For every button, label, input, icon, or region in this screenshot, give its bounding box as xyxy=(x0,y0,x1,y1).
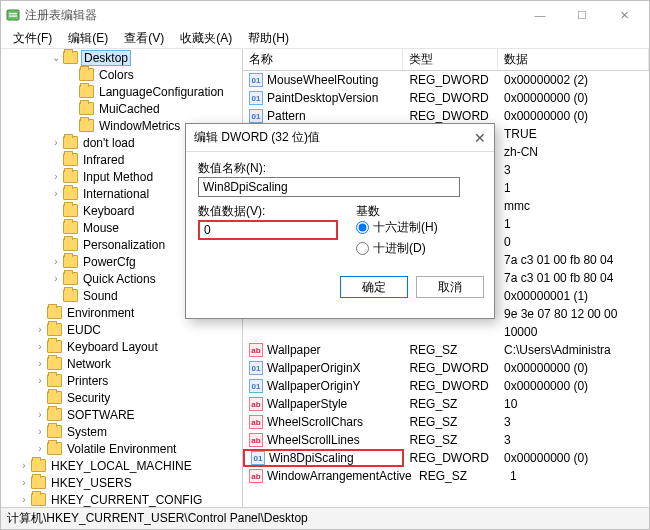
value-type: REG_DWORD xyxy=(403,73,498,87)
tree-item[interactable]: ›Volatile Environment xyxy=(1,440,242,457)
folder-icon xyxy=(63,204,78,217)
expand-icon[interactable]: › xyxy=(49,255,63,269)
tree-item[interactable]: ›HKEY_USERS xyxy=(1,474,242,491)
value-data: 10 xyxy=(498,397,649,411)
list-row[interactable]: abWallpaperREG_SZC:\Users\Administra xyxy=(243,341,649,359)
value-data-input[interactable] xyxy=(198,220,338,240)
expand-icon[interactable]: › xyxy=(33,374,47,388)
radix-dec-option[interactable]: 十进制(D) xyxy=(356,241,438,256)
expand-icon[interactable]: › xyxy=(33,442,47,456)
tree-item[interactable]: ›HKEY_CURRENT_CONFIG xyxy=(1,491,242,507)
tree-item-label: HKEY_LOCAL_MACHINE xyxy=(49,459,194,473)
expand-icon[interactable]: › xyxy=(17,493,31,507)
blank-toggle xyxy=(49,204,63,218)
value-type: REG_SZ xyxy=(403,415,498,429)
expand-icon[interactable]: › xyxy=(49,136,63,150)
folder-icon xyxy=(63,238,78,251)
value-name-input[interactable] xyxy=(198,177,460,197)
expand-icon[interactable]: › xyxy=(33,408,47,422)
tree-item[interactable]: ›SOFTWARE xyxy=(1,406,242,423)
value-name: WallpaperStyle xyxy=(267,397,347,411)
tree-item-label: Keyboard Layout xyxy=(65,340,160,354)
tree-item[interactable]: LanguageConfiguration xyxy=(1,83,242,100)
list-row[interactable]: abWheelScrollLinesREG_SZ3 xyxy=(243,431,649,449)
radio-dec[interactable] xyxy=(356,242,369,255)
menu-help[interactable]: 帮助(H) xyxy=(240,28,297,49)
menu-edit[interactable]: 编辑(E) xyxy=(60,28,116,49)
expand-icon[interactable]: › xyxy=(17,476,31,490)
list-row[interactable]: 01MouseWheelRoutingREG_DWORD0x00000002 (… xyxy=(243,71,649,89)
tree-item[interactable]: ›HKEY_LOCAL_MACHINE xyxy=(1,457,242,474)
dialog-title: 编辑 DWORD (32 位)值 xyxy=(194,129,474,146)
tree-item[interactable]: ›Network xyxy=(1,355,242,372)
tree-item[interactable]: ›Keyboard Layout xyxy=(1,338,242,355)
expand-icon[interactable]: › xyxy=(33,425,47,439)
value-name: Wallpaper xyxy=(267,343,321,357)
expand-icon[interactable]: › xyxy=(33,323,47,337)
tree-item[interactable]: Security xyxy=(1,389,242,406)
tree-item[interactable]: Colors xyxy=(1,66,242,83)
maximize-button[interactable]: ☐ xyxy=(561,3,603,27)
tree-item-label: Printers xyxy=(65,374,110,388)
tree-item-label: Environment xyxy=(65,306,136,320)
string-value-icon: ab xyxy=(249,469,263,483)
tree-item[interactable]: ›EUDC xyxy=(1,321,242,338)
list-row[interactable]: 10000 xyxy=(243,323,649,341)
collapse-icon[interactable]: ⌄ xyxy=(49,51,63,65)
menu-file[interactable]: 文件(F) xyxy=(5,28,60,49)
dialog-close-button[interactable]: ✕ xyxy=(474,130,486,146)
blank-toggle xyxy=(49,221,63,235)
tree-item-label: Quick Actions xyxy=(81,272,158,286)
value-data: 0x00000000 (0) xyxy=(498,379,649,393)
expand-icon[interactable]: › xyxy=(33,357,47,371)
string-value-icon: ab xyxy=(249,343,263,357)
expand-icon[interactable]: › xyxy=(49,187,63,201)
tree-item[interactable]: MuiCached xyxy=(1,100,242,117)
ok-button[interactable]: 确定 xyxy=(340,276,408,298)
tree-item-label: Volatile Environment xyxy=(65,442,178,456)
list-row[interactable]: 01PaintDesktopVersionREG_DWORD0x00000000… xyxy=(243,89,649,107)
tree-item[interactable]: ›System xyxy=(1,423,242,440)
value-data: 0x00000001 (1) xyxy=(498,289,649,303)
list-row[interactable]: 01WallpaperOriginXREG_DWORD0x00000000 (0… xyxy=(243,359,649,377)
cancel-button[interactable]: 取消 xyxy=(416,276,484,298)
minimize-button[interactable]: — xyxy=(519,3,561,27)
list-row[interactable]: abWallpaperStyleREG_SZ10 xyxy=(243,395,649,413)
tree-item[interactable]: ›Printers xyxy=(1,372,242,389)
blank-toggle xyxy=(33,306,47,320)
folder-icon xyxy=(63,289,78,302)
tree-item-label: SOFTWARE xyxy=(65,408,137,422)
header-type[interactable]: 类型 xyxy=(403,49,498,70)
folder-icon xyxy=(47,442,62,455)
value-data: 1 xyxy=(498,181,649,195)
tree-item[interactable]: ⌄Desktop xyxy=(1,49,242,66)
list-header: 名称 类型 数据 xyxy=(243,49,649,71)
radio-hex[interactable] xyxy=(356,221,369,234)
value-name: WallpaperOriginX xyxy=(267,361,361,375)
tree-item-label: Keyboard xyxy=(81,204,136,218)
app-icon xyxy=(5,7,21,23)
list-row[interactable]: 01WallpaperOriginYREG_DWORD0x00000000 (0… xyxy=(243,377,649,395)
radix-hex-option[interactable]: 十六进制(H) xyxy=(356,220,438,235)
expand-icon[interactable]: › xyxy=(49,272,63,286)
folder-icon xyxy=(79,68,94,81)
folder-icon xyxy=(47,425,62,438)
expand-icon[interactable]: › xyxy=(33,340,47,354)
menu-view[interactable]: 查看(V) xyxy=(116,28,172,49)
expand-icon[interactable]: › xyxy=(17,459,31,473)
header-data[interactable]: 数据 xyxy=(498,49,649,70)
list-row[interactable]: 01Win8DpiScalingREG_DWORD0x00000000 (0) xyxy=(243,449,649,467)
list-row[interactable]: abWindowArrangementActiveREG_SZ1 xyxy=(243,467,649,485)
list-row[interactable]: abWheelScrollCharsREG_SZ3 xyxy=(243,413,649,431)
value-type: REG_DWORD xyxy=(404,451,499,465)
expand-icon[interactable]: › xyxy=(49,170,63,184)
tree-item-label: Personalization xyxy=(81,238,167,252)
header-name[interactable]: 名称 xyxy=(243,49,403,70)
menu-favorites[interactable]: 收藏夹(A) xyxy=(172,28,240,49)
value-type: REG_SZ xyxy=(413,469,504,483)
svg-rect-2 xyxy=(9,16,17,17)
close-button[interactable]: ✕ xyxy=(603,3,645,27)
folder-icon xyxy=(79,102,94,115)
binary-value-icon: 01 xyxy=(249,361,263,375)
folder-icon xyxy=(79,119,94,132)
